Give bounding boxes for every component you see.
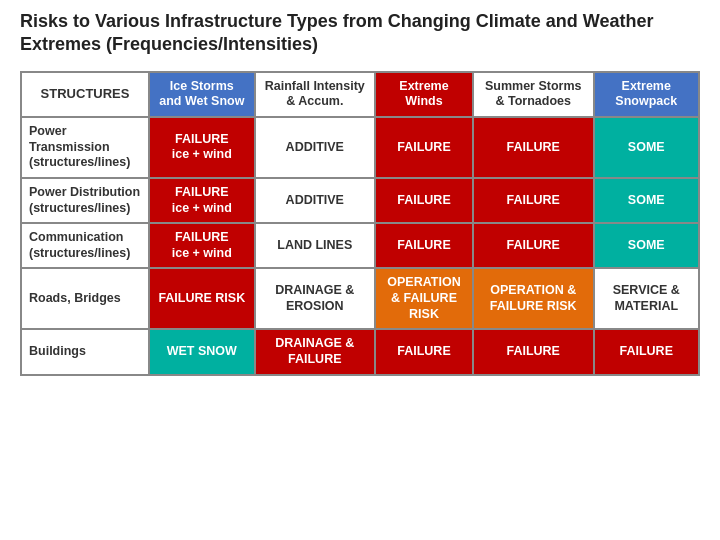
data-cell: FAILURE [594,329,700,374]
header-summer-storms: Summer Storms & Tornadoes [473,72,594,117]
table-row: Roads, BridgesFAILURE RISKDRAINAGE & ERO… [21,268,699,329]
table-row: Power Distribution (structures/lines)FAI… [21,178,699,223]
data-cell: FAILURE ice + wind [149,178,254,223]
table-row: Power Transmission (structures/lines)FAI… [21,117,699,178]
header-extreme-winds: Extreme Winds [375,72,473,117]
data-cell: ADDITIVE [255,178,376,223]
header-structures: STRUCTURES [21,72,149,117]
data-cell: FAILURE [375,329,473,374]
row-label: Power Distribution (structures/lines) [21,178,149,223]
data-cell: FAILURE [473,178,594,223]
row-label: Communication (structures/lines) [21,223,149,268]
data-cell: FAILURE ice + wind [149,117,254,178]
header-ice-storms: Ice Storms and Wet Snow [149,72,254,117]
data-cell: ADDITIVE [255,117,376,178]
data-cell: OPERATION & FAILURE RISK [473,268,594,329]
header-rainfall: Rainfall Intensity & Accum. [255,72,376,117]
data-cell: DRAINAGE & FAILURE [255,329,376,374]
data-cell: FAILURE RISK [149,268,254,329]
data-cell: FAILURE ice + wind [149,223,254,268]
data-cell: SERVICE & MATERIAL [594,268,700,329]
data-cell: SOME [594,178,700,223]
data-cell: FAILURE [473,223,594,268]
data-cell: FAILURE [375,223,473,268]
data-cell: OPERATION & FAILURE RISK [375,268,473,329]
row-label: Power Transmission (structures/lines) [21,117,149,178]
data-cell: FAILURE [473,329,594,374]
data-cell: FAILURE [375,178,473,223]
table-row: BuildingsWET SNOWDRAINAGE & FAILUREFAILU… [21,329,699,374]
data-cell: WET SNOW [149,329,254,374]
data-cell: SOME [594,223,700,268]
table-row: Communication (structures/lines)FAILURE … [21,223,699,268]
header-snowpack: Extreme Snowpack [594,72,700,117]
data-cell: DRAINAGE & EROSION [255,268,376,329]
data-cell: FAILURE [375,117,473,178]
row-label: Roads, Bridges [21,268,149,329]
row-label: Buildings [21,329,149,374]
risk-table: STRUCTURES Ice Storms and Wet Snow Rainf… [20,71,700,376]
data-cell: LAND LINES [255,223,376,268]
data-cell: FAILURE [473,117,594,178]
page-title: Risks to Various Infrastructure Types fr… [20,10,700,57]
data-cell: SOME [594,117,700,178]
